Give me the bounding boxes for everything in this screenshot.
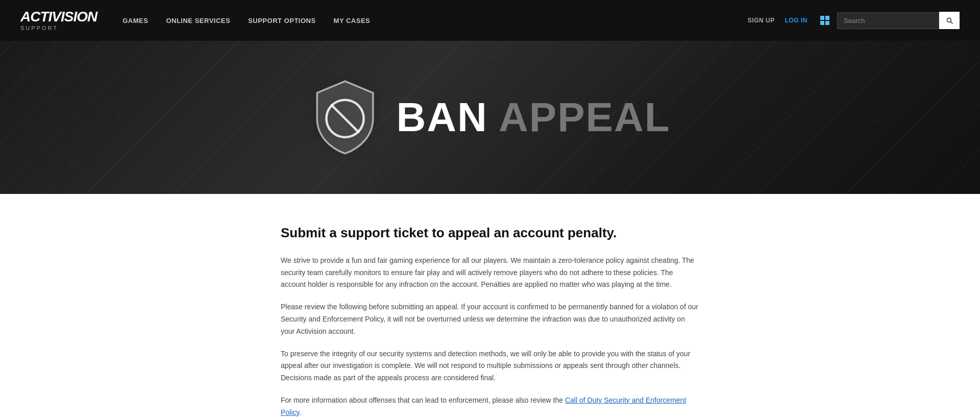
logo-brand: ACTIVISION [20,10,97,24]
search-input[interactable] [837,12,939,29]
paragraph-1: We strive to provide a fun and fair gami… [281,255,699,291]
hero-appeal: APPEAL [499,94,671,140]
windows-grid [820,16,829,25]
auth-links: SIGN UP LOG IN [748,17,807,24]
hero-content: BAN APPEAL [309,77,670,158]
signup-link[interactable]: SIGN UP [748,17,775,24]
win-cell-1 [820,16,824,20]
nav-my-cases[interactable]: MY CASES [334,17,371,24]
win-cell-2 [825,16,829,20]
main-nav: GAMES ONLINE SERVICES SUPPORT OPTIONS MY… [122,17,370,24]
paragraph-3: To preserve the integrity of our securit… [281,348,699,384]
logo-sub: SUPPORT [20,25,58,31]
search-container [837,12,960,29]
hero-section: BAN APPEAL [0,41,980,194]
paragraph-4: For more information about offenses that… [281,395,699,419]
header-right: SIGN UP LOG IN [748,12,960,29]
paragraph-4-prefix: For more information about offenses that… [281,396,565,404]
hero-title: BAN APPEAL [396,97,670,138]
login-link[interactable]: LOG IN [785,17,807,24]
nav-games[interactable]: GAMES [122,17,148,24]
shield-icon [309,77,381,158]
win-cell-3 [820,21,824,25]
paragraph-2: Please review the following before submi… [281,301,699,337]
search-icon [945,16,953,24]
main-content: Submit a support ticket to appeal an acc… [260,194,720,419]
site-header: ACTIVISION SUPPORT GAMES ONLINE SERVICES… [0,0,980,41]
paragraph-4-suffix: . [299,408,301,416]
win-cell-4 [825,21,829,25]
hero-ban: BAN [396,94,487,140]
header-left: ACTIVISION SUPPORT GAMES ONLINE SERVICES… [20,10,370,31]
nav-online-services[interactable]: ONLINE SERVICES [166,17,230,24]
logo[interactable]: ACTIVISION SUPPORT [20,10,97,31]
search-button[interactable] [939,12,960,29]
page-title: Submit a support ticket to appeal an acc… [281,225,699,242]
windows-icon[interactable] [820,16,829,25]
nav-support-options[interactable]: SUPPORT OPTIONS [248,17,315,24]
